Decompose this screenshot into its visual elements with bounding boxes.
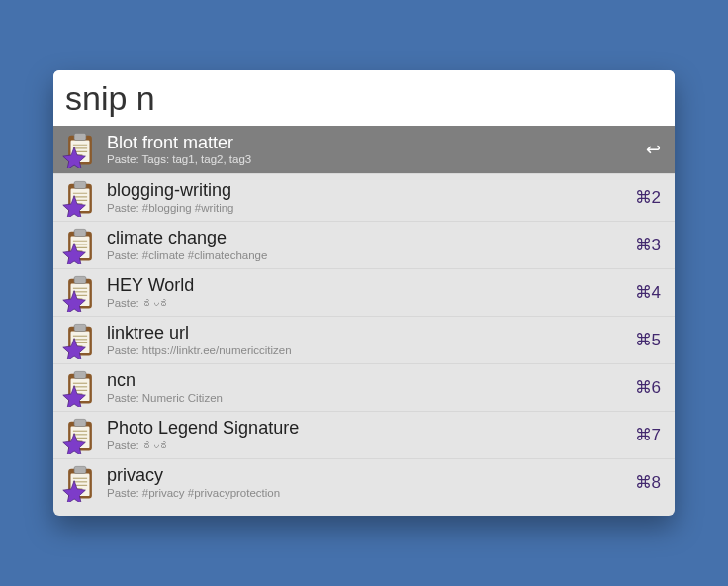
result-row[interactable]: climate changePaste: #climate #climatech… (53, 221, 675, 268)
clipboard-snippet-icon (61, 179, 99, 217)
result-title: Photo Legend Signature (107, 418, 625, 439)
result-row[interactable]: ncnPaste: Numeric Citizen⌘6 (53, 363, 675, 411)
svg-rect-51 (74, 466, 86, 473)
clipboard-snippet-icon (61, 369, 99, 407)
result-subtitle: Paste: #blogging #writing (107, 202, 625, 215)
clipboard-snippet-icon (61, 464, 99, 502)
svg-rect-9 (74, 181, 86, 188)
shortcut-label: ⌘5 (635, 330, 661, 350)
result-title: blogging-writing (107, 180, 625, 201)
result-subtitle: Paste: ಠ◡ಠ (107, 297, 625, 310)
result-subtitle: Paste: #privacy #privacyprotection (107, 487, 625, 500)
result-text: climate changePaste: #climate #climatech… (107, 228, 625, 262)
clipboard-snippet-icon (61, 322, 99, 359)
result-text: HEY WorldPaste: ಠ◡ಠ (107, 275, 625, 310)
result-subtitle: Paste: #climate #climatechange (107, 249, 625, 262)
svg-rect-30 (74, 324, 86, 331)
clipboard-snippet-icon (61, 227, 99, 264)
result-text: ncnPaste: Numeric Citizen (107, 370, 625, 405)
clipboard-snippet-icon (61, 274, 99, 312)
clipboard-snippet-icon (61, 417, 99, 454)
enter-icon: ↩ (646, 139, 661, 160)
result-subtitle: Paste: Numeric Citizen (107, 392, 625, 405)
search-bar (53, 70, 675, 126)
result-subtitle: Paste: https://linktr.ee/numericcitizen (107, 344, 625, 357)
result-title: HEY World (107, 275, 625, 296)
result-text: Blot front matterPaste: Tags: tag1, tag2… (107, 133, 636, 167)
shortcut-label: ⌘7 (635, 425, 661, 445)
clipboard-snippet-icon (61, 179, 99, 217)
clipboard-snippet-icon (61, 464, 99, 502)
clipboard-snippet-icon (61, 369, 99, 407)
clipboard-snippet-icon (61, 274, 99, 312)
search-input[interactable] (65, 79, 663, 118)
svg-rect-2 (74, 133, 86, 140)
svg-rect-44 (74, 419, 86, 426)
result-text: linktree urlPaste: https://linktr.ee/num… (107, 323, 625, 357)
shortcut-label: ⌘6 (635, 377, 661, 398)
clipboard-snippet-icon (61, 417, 99, 454)
svg-rect-23 (74, 276, 86, 283)
shortcut-label: ⌘8 (635, 472, 661, 493)
result-title: privacy (107, 465, 625, 486)
result-subtitle: Paste: Tags: tag1, tag2, tag3 (107, 153, 636, 166)
clipboard-snippet-icon (61, 131, 99, 168)
result-row[interactable]: privacyPaste: #privacy #privacyprotectio… (53, 458, 675, 506)
result-title: climate change (107, 228, 625, 248)
result-title: linktree url (107, 323, 625, 343)
launcher-panel: Blot front matterPaste: Tags: tag1, tag2… (53, 70, 675, 516)
result-row[interactable]: Blot front matterPaste: Tags: tag1, tag2… (53, 126, 675, 173)
result-row[interactable]: linktree urlPaste: https://linktr.ee/num… (53, 316, 675, 363)
result-title: ncn (107, 370, 625, 391)
svg-rect-37 (74, 371, 86, 378)
result-title: Blot front matter (107, 133, 636, 153)
result-row[interactable]: Photo Legend SignaturePaste: ಠ◡ಠ⌘7 (53, 411, 675, 458)
result-text: blogging-writingPaste: #blogging #writin… (107, 180, 625, 215)
shortcut-label: ⌘4 (635, 282, 661, 303)
result-row[interactable]: blogging-writingPaste: #blogging #writin… (53, 173, 675, 221)
shortcut-label: ⌘2 (635, 187, 661, 208)
shortcut-label: ⌘3 (635, 235, 661, 255)
result-subtitle: Paste: ಠ◡ಠ (107, 440, 625, 452)
result-text: privacyPaste: #privacy #privacyprotectio… (107, 465, 625, 500)
svg-rect-16 (74, 229, 86, 236)
result-text: Photo Legend SignaturePaste: ಠ◡ಠ (107, 418, 625, 452)
result-row[interactable]: HEY WorldPaste: ಠ◡ಠ⌘4 (53, 268, 675, 316)
clipboard-snippet-icon (61, 322, 99, 359)
clipboard-snippet-icon (61, 131, 99, 168)
clipboard-snippet-icon (61, 227, 99, 264)
results-list: Blot front matterPaste: Tags: tag1, tag2… (53, 126, 675, 516)
